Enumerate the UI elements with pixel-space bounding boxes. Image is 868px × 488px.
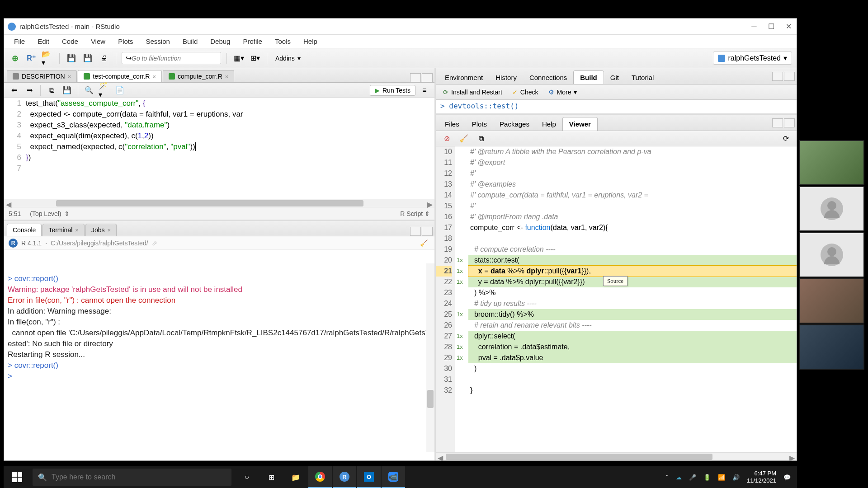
project-selector[interactable]: ralphGetsTested ▾ [713, 52, 792, 65]
viewer-tab-packages[interactable]: Packages [493, 117, 536, 131]
battery-icon[interactable]: 🔋 [703, 474, 711, 481]
menu-edit[interactable]: Edit [32, 36, 55, 47]
new-project-button[interactable]: R⁺ [25, 52, 38, 65]
taskbar-search[interactable]: 🔍 [33, 469, 231, 486]
run-tests-button[interactable]: ▶Run Tests [370, 85, 415, 96]
env-tab-connections[interactable]: Connections [523, 71, 573, 84]
participant-video-4[interactable] [799, 278, 864, 324]
viewer-tab-files[interactable]: Files [439, 117, 466, 131]
working-directory[interactable]: C:/Users/pileggis/ralphGetsTested/ [51, 239, 148, 247]
outline-toggle[interactable]: ≡ [418, 84, 431, 97]
file-type[interactable]: R Script ⇕ [400, 210, 430, 217]
menu-tools[interactable]: Tools [269, 36, 296, 47]
menu-file[interactable]: File [9, 36, 30, 47]
tab-test-compute_corr-r[interactable]: test-compute_corr.R× [78, 70, 162, 82]
file-explorer-icon[interactable]: 📁 [284, 466, 307, 488]
titlebar[interactable]: ralphGetsTested - main - RStudio ─ ☐ ✕ [4, 19, 797, 35]
participant-placeholder-2[interactable] [799, 186, 864, 231]
compile-report[interactable]: 📄 [113, 84, 126, 97]
console-tab-console[interactable]: Console [7, 224, 42, 236]
source-hscroll[interactable]: ◀ ▶ [4, 199, 434, 207]
menu-profile[interactable]: Profile [237, 36, 268, 47]
find-replace[interactable]: 🔍 [83, 84, 95, 97]
pane-minimize[interactable] [410, 73, 421, 82]
save-source[interactable]: 💾 [61, 84, 73, 97]
menu-view[interactable]: View [85, 36, 111, 47]
rstudio-taskbar-icon[interactable]: R [333, 466, 356, 488]
console-output[interactable]: > covr::report()Warning: package 'ralphG… [4, 250, 434, 460]
tab-close-icon[interactable]: × [225, 73, 229, 80]
panes-button[interactable]: ⊞▾ [249, 52, 261, 65]
goto-input[interactable] [132, 55, 217, 62]
console-tab-jobs[interactable]: Jobs× [85, 224, 117, 236]
search-input[interactable] [52, 473, 226, 481]
coverage-viewer[interactable]: 1011121314151617181920212223242526272829… [436, 146, 797, 452]
task-view-icon[interactable]: ⊞ [259, 466, 283, 488]
onedrive-icon[interactable]: ☁ [676, 474, 682, 481]
participant-video-1[interactable] [799, 140, 864, 185]
new-file-button[interactable]: ⊕ [9, 52, 21, 65]
maximize-button[interactable]: ☐ [767, 22, 776, 31]
viewer-popout[interactable]: ⧉ [475, 132, 487, 145]
pane-maximize[interactable] [422, 73, 433, 82]
tab-close-icon[interactable]: × [68, 73, 71, 80]
forward-button[interactable]: ➡ [23, 84, 36, 97]
participant-placeholder-3[interactable] [799, 232, 864, 277]
start-button[interactable] [4, 466, 31, 488]
tray-overflow-icon[interactable]: ˄ [665, 474, 669, 481]
save-button[interactable]: 💾 [65, 52, 78, 65]
goto-file-function[interactable]: ↪ [122, 52, 221, 64]
viewer-remove[interactable]: ⊘ [440, 132, 453, 145]
tab-close-icon[interactable]: × [152, 73, 156, 80]
pane-minimize[interactable] [772, 72, 783, 81]
menu-help[interactable]: Help [298, 36, 323, 47]
save-all-button[interactable]: 💾 [81, 52, 94, 65]
pane-minimize[interactable] [410, 227, 421, 236]
env-tab-tutorial[interactable]: Tutorial [625, 71, 660, 84]
menu-plots[interactable]: Plots [113, 36, 138, 47]
viewer-clear[interactable]: 🧹 [458, 132, 470, 145]
menu-code[interactable]: Code [57, 36, 84, 47]
console-vscroll[interactable] [426, 263, 434, 452]
pane-maximize[interactable] [784, 118, 795, 127]
notifications-icon[interactable]: 💬 [783, 474, 791, 481]
back-button[interactable]: ⬅ [8, 84, 20, 97]
volume-icon[interactable]: 🔊 [732, 474, 740, 481]
console-tab-terminal[interactable]: Terminal× [42, 224, 85, 236]
scope-selector[interactable]: (Top Level) ⇕ [30, 210, 69, 217]
clear-console[interactable]: 🧹 [417, 237, 430, 249]
env-tab-history[interactable]: History [489, 71, 523, 84]
close-button[interactable]: ✕ [784, 22, 793, 31]
clock[interactable]: 6:47 PM 11/12/2021 [747, 470, 776, 484]
print-button[interactable]: 🖨 [98, 52, 110, 65]
viewer-hscroll[interactable]: ◀ ▶ [436, 452, 797, 460]
env-tab-build[interactable]: Build [573, 70, 604, 84]
source-editor[interactable]: 1234567 test_that("assess_compute_corr",… [4, 98, 434, 199]
show-in-new-window[interactable]: ⧉ [45, 84, 58, 97]
participant-video-5[interactable] [799, 324, 864, 370]
viewer-refresh[interactable]: ⟳ [779, 132, 792, 145]
open-file-button[interactable]: 📂▾ [41, 52, 54, 65]
pane-minimize[interactable] [772, 118, 783, 127]
viewer-tab-viewer[interactable]: Viewer [562, 117, 598, 131]
tab-description[interactable]: DESCRIPTION× [7, 70, 77, 82]
menu-debug[interactable]: Debug [205, 36, 236, 47]
microphone-icon[interactable]: 🎤 [689, 474, 696, 481]
addins-menu[interactable]: Addins ▾ [273, 53, 303, 63]
cortana-icon[interactable]: ○ [235, 466, 259, 488]
menu-build[interactable]: Build [177, 36, 203, 47]
viewer-tab-plots[interactable]: Plots [466, 117, 493, 131]
zoom-icon[interactable]: 📹 [382, 466, 405, 488]
chrome-icon[interactable] [308, 466, 332, 488]
env-tab-git[interactable]: Git [604, 71, 625, 84]
pane-maximize[interactable] [784, 72, 795, 81]
grid-button[interactable]: ▦▾ [232, 52, 245, 65]
wifi-icon[interactable]: 📶 [718, 474, 725, 481]
more-menu[interactable]: ⚙More ▾ [546, 87, 580, 97]
code-tools[interactable]: 🪄▾ [98, 84, 111, 97]
menu-session[interactable]: Session [141, 36, 175, 47]
check-button[interactable]: ✓Check [509, 87, 541, 97]
tab-compute_corr-r[interactable]: compute_corr.R× [163, 70, 234, 82]
install-restart-button[interactable]: ⟳Install and Restart [440, 87, 505, 97]
minimize-button[interactable]: ─ [750, 22, 759, 31]
